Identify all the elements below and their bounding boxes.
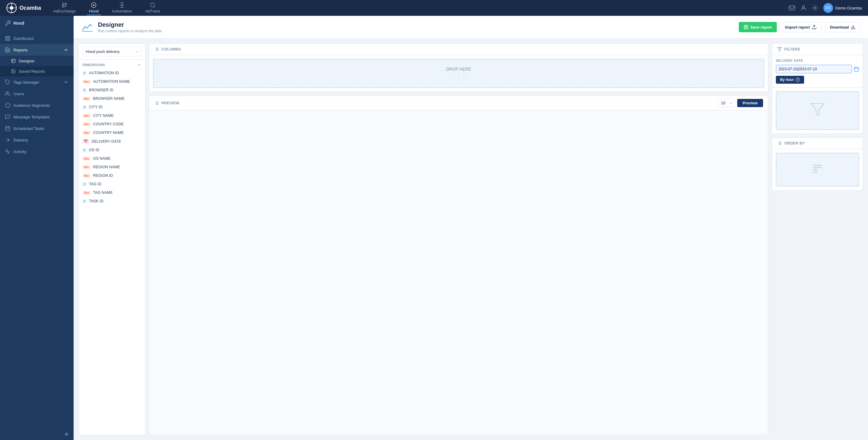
audience-icon	[5, 102, 10, 108]
sidebar-item-audience-segments[interactable]: Audience Segments	[0, 99, 73, 111]
sidebar-item-tags-manager[interactable]: Tags Manager	[0, 77, 73, 88]
download-button[interactable]: Download	[825, 22, 861, 32]
dim-city-id[interactable]: # CITY ID	[79, 103, 145, 111]
dim-country-name[interactable]: Abc COUNTRY NAME	[79, 128, 145, 137]
filter-drop-icon	[810, 101, 826, 117]
delivery-date-section: DELIVERY DATE By hour	[772, 55, 863, 88]
svg-point-6	[121, 4, 123, 6]
svg-point-10	[814, 7, 816, 9]
svg-rect-12	[8, 36, 10, 38]
svg-point-1	[10, 6, 13, 10]
by-hour-button[interactable]: By hour	[776, 76, 804, 84]
dim-region-id[interactable]: Abc REGION ID	[79, 171, 145, 180]
sidebar: Hood Dashboard Reports Designer Saved Re	[0, 16, 73, 440]
settings-icon[interactable]	[812, 5, 818, 11]
report-type-select[interactable]: Hood push delivery Hood delivery push Cu…	[83, 47, 142, 56]
dim-country-code[interactable]: Abc COUNTRY CODE	[79, 120, 145, 128]
dim-task-id[interactable]: # TASK ID	[79, 197, 145, 205]
sidebar-item-saved-reports[interactable]: Saved Reports	[0, 66, 73, 77]
order-by-header: ORDER BY	[772, 138, 863, 149]
hash-badge: #	[83, 182, 87, 186]
abc-badge: Abc	[83, 122, 91, 126]
hash-badge: #	[83, 199, 87, 203]
dim-tag-name[interactable]: Abc TAG NAME	[79, 188, 145, 197]
nav-adtrace[interactable]: AdTrace	[143, 1, 163, 15]
dim-browser-id[interactable]: # BROWSER ID	[79, 86, 145, 94]
dim-region-name[interactable]: Abc REGION NAME	[79, 163, 145, 171]
svg-rect-40	[854, 67, 859, 71]
svg-rect-11	[5, 36, 7, 38]
user-icon[interactable]	[800, 5, 807, 11]
right-panel: FILTERS DELIVERY DATE By hour	[772, 43, 863, 435]
collapse-icon	[64, 432, 70, 437]
dim-delivery-date[interactable]: 📅 DELIVERY DATE	[79, 137, 145, 146]
order-by-drop-zone[interactable]	[776, 153, 859, 186]
svg-point-9	[802, 6, 804, 8]
sidebar-item-dashboard[interactable]: Dashboard	[0, 33, 73, 44]
sidebar-item-delivery[interactable]: Delivery	[0, 134, 73, 146]
tags-chevron-icon	[63, 80, 69, 85]
dim-automation-id[interactable]: # AUTOMATION ID	[79, 69, 145, 77]
nav-automation[interactable]: Automation	[110, 1, 134, 15]
save-report-button[interactable]: Save report	[739, 22, 777, 32]
calendar-icon[interactable]	[854, 66, 859, 72]
dim-browser-name[interactable]: Abc BROWSER NAME	[79, 94, 145, 103]
sidebar-item-scheduled-tasks[interactable]: Scheduled Tasks	[0, 123, 73, 134]
import-report-button[interactable]: Import report	[780, 22, 822, 32]
sidebar-item-reports[interactable]: Reports	[0, 44, 73, 56]
dim-tag-id[interactable]: # TAG ID	[79, 180, 145, 188]
delivery-date-input[interactable]	[776, 65, 852, 74]
header-actions: Save report Import report Download	[739, 22, 861, 32]
sidebar-collapse-button[interactable]	[0, 429, 73, 440]
abc-badge: Abc	[83, 174, 91, 178]
hash-badge: #	[83, 105, 87, 109]
sidebar-item-users[interactable]: Users	[0, 88, 73, 99]
report-type-dropdown-container: Hood push delivery Hood delivery push Cu…	[79, 44, 145, 60]
dim-os-id[interactable]: # OS ID	[79, 146, 145, 154]
nav-hood[interactable]: Hood	[87, 1, 101, 15]
columns-drop-zone[interactable]: DROP HERE ⋮⋮⋮	[153, 59, 764, 88]
svg-marker-45	[811, 104, 824, 116]
page-subtitle: Run custom reports to analyze the data	[98, 29, 161, 33]
designer-body: Hood push delivery Hood delivery push Cu…	[73, 39, 868, 440]
svg-rect-19	[5, 126, 10, 131]
abc-badge: Abc	[83, 97, 91, 101]
order-by-icon	[777, 141, 782, 146]
nav-items: AdExchange Hood Automation AdTrace	[51, 1, 779, 15]
sidebar-item-activity[interactable]: Activity	[0, 146, 73, 157]
import-icon	[812, 25, 816, 30]
columns-header: COLUMNS	[149, 44, 768, 55]
dashboard-icon	[5, 36, 10, 41]
dim-automation-name[interactable]: Abc AUTOMATION NAME	[79, 77, 145, 86]
scheduled-tasks-icon	[5, 126, 10, 131]
preview-body	[149, 111, 768, 435]
app-logo[interactable]: Ocamba	[6, 2, 41, 13]
page-title: Designer	[98, 21, 161, 28]
filters-drop-zone[interactable]	[776, 91, 859, 130]
dim-os-name[interactable]: Abc OS NAME	[79, 154, 145, 163]
preview-icon	[154, 101, 159, 106]
filters-section: FILTERS DELIVERY DATE By hour	[772, 43, 863, 134]
svg-point-17	[6, 92, 8, 93]
reports-icon	[5, 47, 10, 53]
page-header-text: Designer Run custom reports to analyze t…	[98, 21, 161, 33]
abc-badge: Abc	[83, 165, 91, 169]
order-by-section: ORDER BY	[772, 138, 863, 190]
dim-city-name[interactable]: Abc CITY NAME	[79, 111, 145, 120]
filters-header: FILTERS	[772, 44, 863, 55]
cal-badge: 📅	[83, 139, 89, 144]
svg-point-7	[150, 3, 154, 7]
preview-controls: 10 25 50 100 Preview	[718, 99, 763, 107]
nav-adexchange[interactable]: AdExchange	[51, 1, 78, 15]
tags-icon	[5, 80, 10, 85]
preview-button[interactable]: Preview	[737, 99, 763, 107]
user-badge[interactable]: DO Demo Ocamba	[823, 3, 862, 13]
preview-count-select[interactable]: 10 25 50 100	[718, 99, 735, 107]
sidebar-item-designer[interactable]: Designer	[0, 56, 73, 66]
columns-section: COLUMNS DROP HERE ⋮⋮⋮	[149, 43, 768, 92]
dimensions-collapse-icon[interactable]	[137, 63, 142, 67]
date-input-row	[776, 65, 859, 74]
reports-chevron-icon	[63, 47, 69, 53]
sidebar-item-message-templates[interactable]: Message Templates	[0, 111, 73, 123]
mail-icon[interactable]	[788, 5, 795, 11]
